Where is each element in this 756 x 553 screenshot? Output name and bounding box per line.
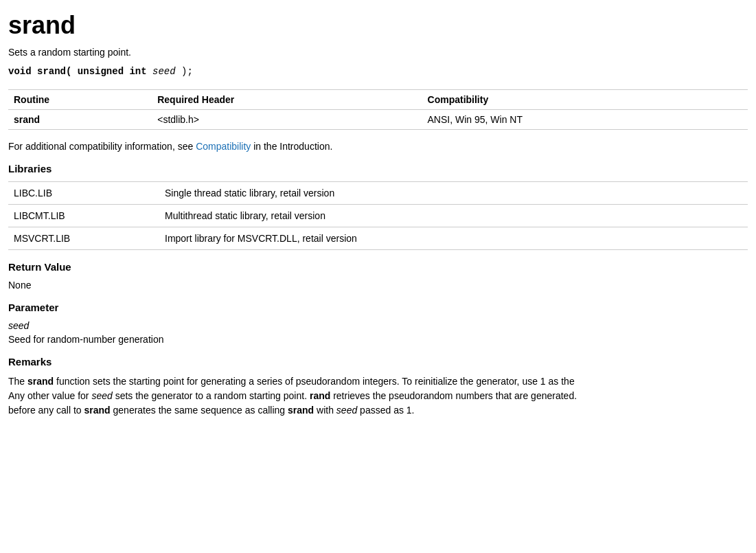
- remarks-paragraph-3: before any call to srand generates the s…: [8, 403, 748, 418]
- remarks-section: Remarks The srand function sets the star…: [8, 356, 748, 418]
- lib-desc-libcmt: Multithread static library, retail versi…: [159, 205, 748, 227]
- remarks-italic2: seed: [91, 390, 112, 401]
- signature-param: seed: [152, 66, 176, 77]
- subtitle: Sets a random starting point.: [8, 47, 748, 58]
- parameter-section: Parameter seed Seed for random-number ge…: [8, 302, 748, 345]
- parameter-title: Parameter: [8, 302, 748, 313]
- compat-text-after: in the Introduction.: [251, 141, 332, 152]
- lib-row-msvcrt: MSVCRT.LIB Import library for MSVCRT.DLL…: [8, 227, 748, 250]
- lib-name-libcmt: LIBCMT.LIB: [8, 205, 159, 227]
- routine-header: <stdlib.h>: [152, 110, 422, 130]
- remarks-mid1: function sets the starting point for gen…: [54, 376, 575, 387]
- libraries-title: Libraries: [8, 163, 748, 174]
- remarks-title: Remarks: [8, 356, 748, 368]
- libraries-table: LIBC.LIB Single thread static library, r…: [8, 181, 748, 250]
- signature-keyword: void srand(: [8, 66, 71, 77]
- remarks-end3: passed as 1.: [360, 405, 414, 416]
- col-header-compatibility: Compatibility: [422, 90, 748, 110]
- compatibility-link[interactable]: Compatibility: [196, 141, 251, 152]
- lib-row-libc: LIBC.LIB Single thread static library, r…: [8, 182, 748, 205]
- lib-desc-msvcrt: Import library for MSVCRT.DLL, retail ve…: [159, 227, 748, 250]
- return-value-title: Return Value: [8, 261, 748, 273]
- routine-table: Routine Required Header Compatibility sr…: [8, 89, 748, 130]
- return-value-section: Return Value None: [8, 261, 748, 291]
- remarks-bold1: srand: [27, 376, 54, 387]
- remarks-pre2: Any other value for: [8, 390, 91, 401]
- remarks-bold4: srand: [288, 405, 314, 416]
- page-title: srand: [8, 11, 748, 40]
- remarks-mid3: generates the same sequence as calling: [111, 405, 288, 416]
- remarks-paragraph-2: Any other value for seed sets the genera…: [8, 389, 748, 403]
- remarks-mid2: sets the generator to a random starting …: [113, 390, 310, 401]
- table-row: srand <stdlib.h> ANSI, Win 95, Win NT: [8, 110, 748, 130]
- compat-text-before: For additional compatibility information…: [8, 141, 196, 152]
- lib-name-libc: LIBC.LIB: [8, 182, 159, 205]
- remarks-bold3: srand: [84, 405, 111, 416]
- remarks-italic3: seed: [336, 405, 357, 416]
- remarks-end2: retrieves the pseudorandom numbers that …: [330, 390, 577, 401]
- function-signature: void srand( unsigned int seed );: [8, 66, 748, 77]
- col-header-routine: Routine: [8, 90, 152, 110]
- remarks-pre1: The: [8, 376, 27, 387]
- compatibility-text: For additional compatibility information…: [8, 141, 748, 152]
- col-header-required-header: Required Header: [152, 90, 422, 110]
- remarks-bold2: rand: [310, 390, 330, 401]
- return-value-text: None: [8, 280, 748, 291]
- param-name: seed: [8, 320, 748, 331]
- remarks-pre3: before any call to: [8, 405, 84, 416]
- remarks-paragraph-1: The srand function sets the starting poi…: [8, 374, 748, 389]
- routine-name: srand: [8, 110, 152, 130]
- routine-compatibility: ANSI, Win 95, Win NT: [422, 110, 748, 130]
- param-description: Seed for random-number generation: [8, 334, 748, 345]
- signature-type: unsigned int: [78, 66, 147, 77]
- signature-close: );: [181, 66, 193, 77]
- lib-desc-libc: Single thread static library, retail ver…: [159, 182, 748, 205]
- lib-name-msvcrt: MSVCRT.LIB: [8, 227, 159, 250]
- lib-row-libcmt: LIBCMT.LIB Multithread static library, r…: [8, 205, 748, 227]
